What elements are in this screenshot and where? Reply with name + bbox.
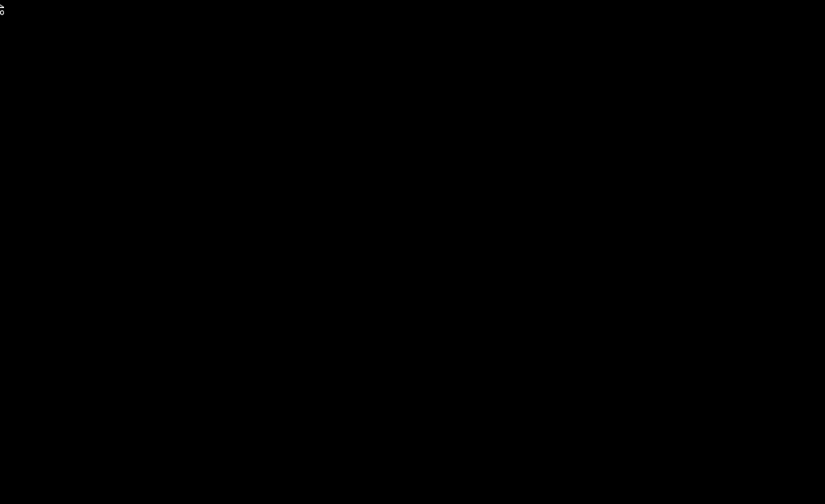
page-number: 48 [0,3,5,16]
